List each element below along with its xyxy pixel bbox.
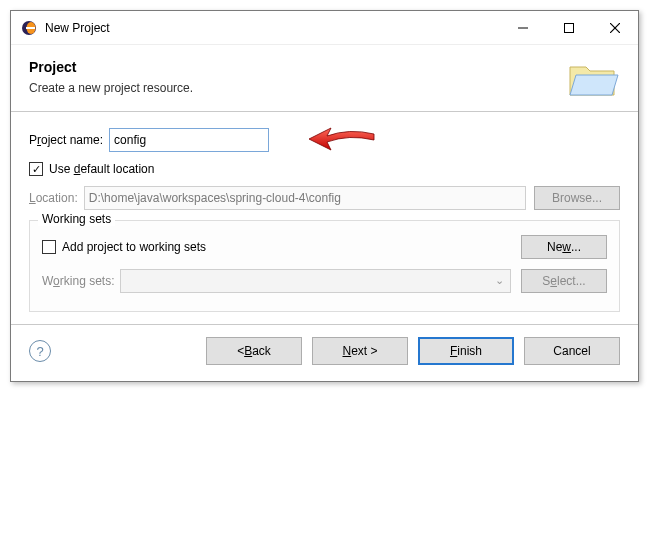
back-button[interactable]: < Back <box>206 337 302 365</box>
location-input <box>84 186 526 210</box>
wizard-header: Project Create a new project resource. <box>11 45 638 111</box>
dialog-window: New Project Project Create a new project… <box>10 10 639 382</box>
eclipse-icon <box>21 20 37 36</box>
footer: ? < Back Next > Finish Cancel <box>11 325 638 381</box>
minimize-icon <box>518 23 528 33</box>
cancel-button[interactable]: Cancel <box>524 337 620 365</box>
maximize-button[interactable] <box>546 13 592 43</box>
annotation-arrow-icon <box>309 122 379 152</box>
close-icon <box>610 23 620 33</box>
add-to-working-sets-label: Add project to working sets <box>62 240 206 254</box>
working-sets-dropdown: ⌄ <box>120 269 511 293</box>
titlebar: New Project <box>11 11 638 45</box>
browse-button: Browse... <box>534 186 620 210</box>
use-default-location-row: ✓ Use default location <box>29 162 620 176</box>
page-title: Project <box>29 59 620 75</box>
svg-rect-4 <box>565 23 574 32</box>
working-sets-group: Working sets Add project to working sets… <box>29 220 620 312</box>
working-sets-select-label: Working sets: <box>42 274 114 288</box>
maximize-icon <box>564 23 574 33</box>
location-label: Location: <box>29 191 78 205</box>
working-sets-title: Working sets <box>38 212 115 226</box>
close-button[interactable] <box>592 13 638 43</box>
use-default-location-label: Use default location <box>49 162 154 176</box>
help-icon: ? <box>36 344 43 359</box>
content-area: Project name: ✓ Use default location Loc… <box>11 112 638 324</box>
select-working-sets-button: Select... <box>521 269 607 293</box>
chevron-down-icon: ⌄ <box>495 274 504 287</box>
project-name-input[interactable] <box>109 128 269 152</box>
folder-icon <box>568 57 620 101</box>
project-name-row: Project name: <box>29 128 620 152</box>
help-button[interactable]: ? <box>29 340 51 362</box>
next-button[interactable]: Next > <box>312 337 408 365</box>
page-subtitle: Create a new project resource. <box>29 81 620 95</box>
project-name-label: Project name: <box>29 133 103 147</box>
add-to-working-sets-checkbox[interactable] <box>42 240 56 254</box>
svg-rect-2 <box>26 27 35 29</box>
minimize-button[interactable] <box>500 13 546 43</box>
location-row: Location: Browse... <box>29 186 620 210</box>
add-to-working-sets-row: Add project to working sets New... <box>42 235 607 259</box>
use-default-location-checkbox[interactable]: ✓ <box>29 162 43 176</box>
window-title: New Project <box>45 21 110 35</box>
finish-button[interactable]: Finish <box>418 337 514 365</box>
new-working-set-button[interactable]: New... <box>521 235 607 259</box>
working-sets-select-row: Working sets: ⌄ Select... <box>42 269 607 293</box>
